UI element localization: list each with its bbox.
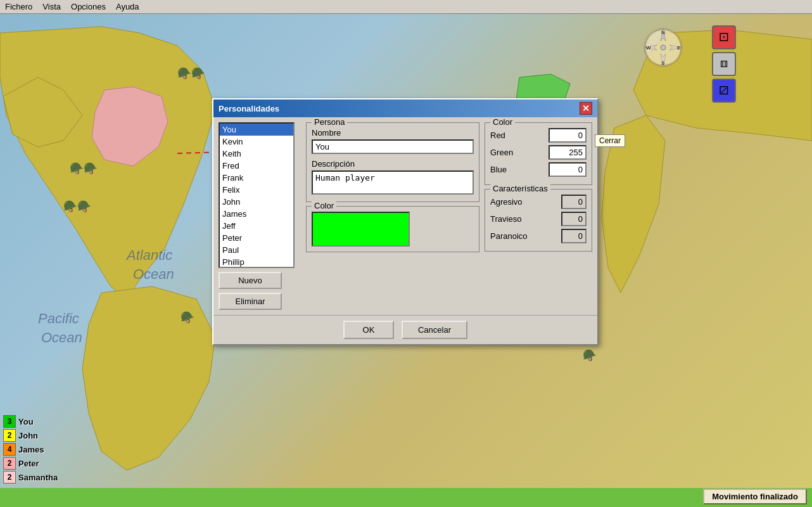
travieso-row: Travieso	[490, 212, 587, 226]
travieso-input[interactable]	[561, 212, 587, 226]
blue-die[interactable]: ⚂	[712, 79, 736, 103]
dice-area: ⚀ ⚅ ⚂	[712, 25, 736, 103]
player-name-john: John	[18, 431, 38, 440]
player-row-john: 2 John	[3, 429, 58, 442]
agresivo-row: Agresivo	[490, 195, 587, 209]
player-badge-you: 3	[3, 415, 16, 428]
menu-vista[interactable]: Vista	[37, 1, 66, 13]
red-input[interactable]	[549, 128, 587, 143]
menu-fichero[interactable]: Fichero	[0, 1, 37, 13]
green-row: Green	[490, 145, 587, 160]
color-swatch-label: Color	[312, 201, 336, 210]
player-row-samantha: 2 Samantha	[3, 471, 58, 484]
paranoico-input[interactable]	[561, 229, 587, 243]
red-die[interactable]: ⚀	[712, 25, 736, 49]
agresivo-label: Agresivo	[490, 197, 541, 207]
menu-ayuda[interactable]: Ayuda	[111, 1, 144, 13]
travieso-label: Travieso	[490, 214, 541, 224]
list-item-frank[interactable]: Frank	[220, 172, 293, 184]
red-row: Red	[490, 128, 587, 143]
nombre-input[interactable]	[312, 139, 474, 154]
list-item-fred[interactable]: Fred	[220, 160, 293, 172]
person-listbox[interactable]: You Kevin Keith Fred Frank Felix John Ja…	[219, 122, 295, 268]
soldier-5: 🪖	[583, 349, 597, 363]
right-panel: Color Red Green Blue C	[485, 122, 592, 310]
soldier-4: 🪖	[181, 311, 194, 324]
player-row-you: 3 You	[3, 415, 58, 428]
dialog-titlebar: Personalidades ✕	[213, 99, 597, 117]
svg-text:S: S	[661, 60, 664, 66]
green-label: Green	[490, 148, 522, 157]
persona-group: Persona Nombre Descripción Human player	[306, 122, 479, 202]
soldier-2: 🪖🪖	[70, 162, 98, 176]
list-item-john[interactable]: John	[220, 196, 293, 208]
dialog-body: You Kevin Keith Fred Frank Felix John Ja…	[213, 117, 597, 315]
cancelar-button[interactable]: Cancelar	[402, 321, 467, 339]
player-name-james: James	[18, 445, 44, 454]
player-name-peter: Peter	[18, 459, 39, 468]
list-item-phillip[interactable]: Phillip	[220, 256, 293, 267]
middle-panel: Persona Nombre Descripción Human player …	[306, 122, 479, 310]
agresivo-input[interactable]	[561, 195, 587, 209]
soldier-1: 🪖🪖	[177, 67, 205, 80]
dialog-title: Personalidades	[219, 104, 279, 113]
list-item-felix[interactable]: Felix	[220, 184, 293, 196]
player-list: 3 You 2 John 4 James 2 Peter 2 Samantha	[3, 415, 58, 485]
personalidades-dialog[interactable]: Personalidades ✕ You Kevin Keith Fred Fr…	[212, 98, 599, 345]
ok-button[interactable]: OK	[343, 321, 394, 339]
player-badge-peter: 2	[3, 457, 16, 470]
descripcion-label: Descripción	[312, 159, 474, 169]
list-item-jeff[interactable]: Jeff	[220, 220, 293, 232]
nombre-label: Nombre	[312, 128, 474, 138]
blue-label: Blue	[490, 165, 522, 174]
dialog-close-button[interactable]: ✕	[580, 102, 592, 115]
color-rgb-group-label: Color	[490, 117, 515, 127]
player-name-samantha: Samantha	[18, 473, 58, 482]
svg-point-10	[661, 45, 666, 50]
persona-group-label: Persona	[312, 117, 347, 127]
color-swatch[interactable]	[312, 212, 410, 247]
list-item-james[interactable]: James	[220, 208, 293, 220]
svg-text:E: E	[677, 45, 680, 51]
status-bar: Movimiento finalizado	[0, 488, 812, 507]
color-swatch-group: Color	[306, 206, 479, 252]
compass-rose: N S W E	[641, 25, 685, 70]
listbox-inner[interactable]: You Kevin Keith Fred Frank Felix John Ja…	[220, 124, 293, 267]
menu-bar: Fichero Vista Opciones Ayuda	[0, 0, 812, 14]
list-item-kevin[interactable]: Kevin	[220, 136, 293, 148]
gray-die[interactable]: ⚅	[712, 52, 736, 76]
list-item-paul[interactable]: Paul	[220, 244, 293, 256]
player-row-peter: 2 Peter	[3, 457, 58, 470]
list-item-keith[interactable]: Keith	[220, 148, 293, 160]
paranoico-row: Paranoico	[490, 229, 587, 243]
dialog-footer: OK Cancelar	[213, 315, 597, 344]
caracteristicas-group-label: Características	[490, 184, 550, 193]
caracteristicas-group: Características Agresivo Travieso Parano…	[485, 189, 592, 252]
eliminar-button[interactable]: Eliminar	[219, 293, 282, 310]
soldier-3: 🪖🪖	[63, 200, 91, 214]
left-panel: You Kevin Keith Fred Frank Felix John Ja…	[219, 122, 301, 310]
player-badge-james: 4	[3, 443, 16, 456]
player-name-you: You	[18, 417, 34, 427]
descripcion-input[interactable]: Human player	[312, 170, 474, 195]
svg-text:W: W	[646, 45, 651, 51]
paranoico-label: Paranoico	[490, 231, 541, 241]
player-badge-samantha: 2	[3, 471, 16, 484]
player-badge-john: 2	[3, 429, 16, 442]
list-item-you[interactable]: You	[220, 124, 293, 136]
nuevo-button[interactable]: Nuevo	[219, 272, 282, 289]
menu-opciones[interactable]: Opciones	[66, 1, 111, 13]
blue-input[interactable]	[549, 162, 587, 177]
color-rgb-group: Color Red Green Blue	[485, 122, 592, 185]
player-row-james: 4 James	[3, 443, 58, 456]
svg-text:N: N	[661, 30, 665, 35]
list-item-peter[interactable]: Peter	[220, 232, 293, 244]
green-input[interactable]	[549, 145, 587, 160]
blue-row: Blue	[490, 162, 587, 177]
red-label: Red	[490, 131, 522, 140]
movement-finalized-button[interactable]: Movimiento finalizado	[703, 489, 807, 504]
